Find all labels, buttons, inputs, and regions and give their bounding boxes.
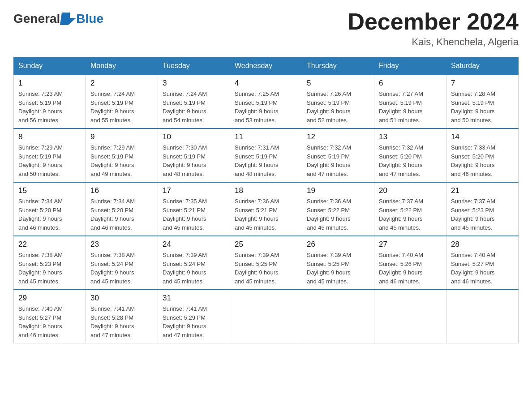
calendar-cell: 10Sunrise: 7:30 AMSunset: 5:19 PMDayligh…: [158, 128, 230, 182]
day-number: 12: [307, 133, 369, 141]
daylight-text: Daylight: 9 hours: [379, 215, 423, 222]
sunset-text: Sunset: 5:19 PM: [379, 99, 422, 106]
calendar-cell: 20Sunrise: 7:37 AMSunset: 5:22 PMDayligh…: [374, 182, 446, 236]
daylight-text: Daylight: 9 hours: [163, 162, 206, 168]
logo-area: General Blue: [13, 9, 103, 28]
daylight-minutes: and 47 minutes.: [307, 171, 348, 177]
day-number: 28: [451, 240, 514, 249]
sunset-text: Sunset: 5:29 PM: [163, 314, 206, 321]
daylight-minutes: and 46 minutes.: [90, 224, 132, 231]
sunset-text: Sunset: 5:23 PM: [451, 207, 494, 214]
calendar-cell: 24Sunrise: 7:39 AMSunset: 5:24 PMDayligh…: [158, 236, 230, 290]
sunset-text: Sunset: 5:19 PM: [90, 99, 133, 106]
daylight-text: Daylight: 9 hours: [379, 108, 423, 115]
calendar-cell: [230, 290, 302, 343]
calendar-cell: 31Sunrise: 7:41 AMSunset: 5:29 PMDayligh…: [158, 290, 230, 343]
sunset-text: Sunset: 5:19 PM: [163, 153, 206, 160]
sunset-text: Sunset: 5:19 PM: [235, 153, 278, 160]
sunset-text: Sunset: 5:20 PM: [379, 153, 422, 160]
calendar-cell: 19Sunrise: 7:36 AMSunset: 5:22 PMDayligh…: [302, 182, 374, 236]
daylight-minutes: and 45 minutes.: [307, 224, 348, 231]
daylight-text: Daylight: 9 hours: [379, 269, 423, 276]
calendar-cell: 28Sunrise: 7:40 AMSunset: 5:27 PMDayligh…: [446, 236, 519, 290]
logo-general-text: General: [13, 12, 60, 26]
header-saturday: Saturday: [446, 57, 519, 75]
logo-icon: [60, 9, 76, 28]
header-monday: Monday: [86, 57, 158, 75]
header-sunday: Sunday: [14, 57, 86, 75]
daylight-minutes: and 46 minutes.: [18, 224, 60, 231]
day-number: 24: [163, 240, 225, 249]
day-info: Sunrise: 7:25 AMSunset: 5:19 PMDaylight:…: [235, 90, 297, 124]
day-info: Sunrise: 7:39 AMSunset: 5:25 PMDaylight:…: [235, 251, 297, 286]
daylight-text: Daylight: 9 hours: [90, 108, 134, 115]
day-info: Sunrise: 7:26 AMSunset: 5:19 PMDaylight:…: [307, 90, 369, 124]
daylight-text: Daylight: 9 hours: [163, 323, 206, 330]
daylight-minutes: and 48 minutes.: [163, 171, 204, 177]
daylight-minutes: and 46 minutes.: [18, 332, 60, 338]
daylight-text: Daylight: 9 hours: [235, 269, 279, 276]
daylight-text: Daylight: 9 hours: [18, 162, 62, 168]
sunset-text: Sunset: 5:19 PM: [451, 99, 494, 106]
svg-marker-0: [60, 13, 76, 25]
daylight-minutes: and 45 minutes.: [379, 224, 420, 231]
daylight-minutes: and 55 minutes.: [90, 117, 132, 124]
daylight-text: Daylight: 9 hours: [235, 162, 279, 168]
calendar-cell: 7Sunrise: 7:28 AMSunset: 5:19 PMDaylight…: [446, 75, 519, 128]
day-number: 20: [379, 186, 442, 195]
sunset-text: Sunset: 5:19 PM: [90, 153, 133, 160]
daylight-minutes: and 45 minutes.: [235, 278, 276, 285]
calendar-week-row: 29Sunrise: 7:40 AMSunset: 5:27 PMDayligh…: [14, 290, 519, 343]
daylight-minutes: and 45 minutes.: [235, 224, 276, 231]
daylight-text: Daylight: 9 hours: [163, 215, 206, 222]
sunrise-text: Sunrise: 7:38 AM: [90, 252, 135, 258]
header-tuesday: Tuesday: [158, 57, 230, 75]
sunrise-text: Sunrise: 7:40 AM: [18, 305, 63, 312]
day-number: 7: [451, 79, 514, 88]
calendar-cell: 26Sunrise: 7:39 AMSunset: 5:25 PMDayligh…: [302, 236, 374, 290]
day-info: Sunrise: 7:27 AMSunset: 5:19 PMDaylight:…: [379, 90, 442, 124]
sunrise-text: Sunrise: 7:26 AM: [307, 90, 351, 97]
day-number: 6: [379, 79, 442, 88]
header-wednesday: Wednesday: [230, 57, 302, 75]
sunset-text: Sunset: 5:27 PM: [451, 261, 494, 267]
header-friday: Friday: [374, 57, 446, 75]
day-info: Sunrise: 7:39 AMSunset: 5:24 PMDaylight:…: [163, 251, 225, 286]
day-info: Sunrise: 7:28 AMSunset: 5:19 PMDaylight:…: [451, 90, 514, 124]
calendar-cell: 29Sunrise: 7:40 AMSunset: 5:27 PMDayligh…: [14, 290, 86, 343]
day-info: Sunrise: 7:38 AMSunset: 5:24 PMDaylight:…: [90, 251, 153, 286]
calendar-cell: 16Sunrise: 7:34 AMSunset: 5:20 PMDayligh…: [86, 182, 158, 236]
calendar-cell: 23Sunrise: 7:38 AMSunset: 5:24 PMDayligh…: [86, 236, 158, 290]
daylight-text: Daylight: 9 hours: [235, 215, 279, 222]
sunrise-text: Sunrise: 7:39 AM: [307, 252, 351, 258]
sunrise-text: Sunrise: 7:30 AM: [163, 144, 207, 151]
day-number: 10: [163, 133, 225, 141]
daylight-text: Daylight: 9 hours: [18, 323, 62, 330]
calendar-cell: 8Sunrise: 7:29 AMSunset: 5:19 PMDaylight…: [14, 128, 86, 182]
calendar-cell: 21Sunrise: 7:37 AMSunset: 5:23 PMDayligh…: [446, 182, 519, 236]
day-info: Sunrise: 7:30 AMSunset: 5:19 PMDaylight:…: [163, 143, 225, 178]
daylight-minutes: and 45 minutes.: [451, 224, 493, 231]
daylight-text: Daylight: 9 hours: [451, 215, 495, 222]
sunset-text: Sunset: 5:24 PM: [163, 261, 206, 267]
daylight-text: Daylight: 9 hours: [18, 269, 62, 276]
sunset-text: Sunset: 5:28 PM: [90, 314, 133, 321]
day-number: 25: [235, 240, 297, 249]
day-info: Sunrise: 7:24 AMSunset: 5:19 PMDaylight:…: [163, 90, 225, 124]
daylight-minutes: and 50 minutes.: [18, 171, 60, 177]
daylight-text: Daylight: 9 hours: [163, 269, 206, 276]
calendar-cell: 15Sunrise: 7:34 AMSunset: 5:20 PMDayligh…: [14, 182, 86, 236]
sunrise-text: Sunrise: 7:31 AM: [235, 144, 279, 151]
day-number: 30: [90, 294, 153, 303]
calendar-cell: 13Sunrise: 7:32 AMSunset: 5:20 PMDayligh…: [374, 128, 446, 182]
sunrise-text: Sunrise: 7:41 AM: [163, 305, 207, 312]
sunrise-text: Sunrise: 7:37 AM: [451, 198, 495, 205]
daylight-minutes: and 46 minutes.: [451, 278, 493, 285]
day-number: 2: [90, 79, 153, 88]
daylight-text: Daylight: 9 hours: [451, 269, 495, 276]
day-info: Sunrise: 7:37 AMSunset: 5:22 PMDaylight:…: [379, 197, 442, 232]
sunset-text: Sunset: 5:19 PM: [163, 99, 206, 106]
day-info: Sunrise: 7:37 AMSunset: 5:23 PMDaylight:…: [451, 197, 514, 232]
daylight-minutes: and 56 minutes.: [18, 117, 60, 124]
daylight-minutes: and 46 minutes.: [379, 278, 420, 285]
